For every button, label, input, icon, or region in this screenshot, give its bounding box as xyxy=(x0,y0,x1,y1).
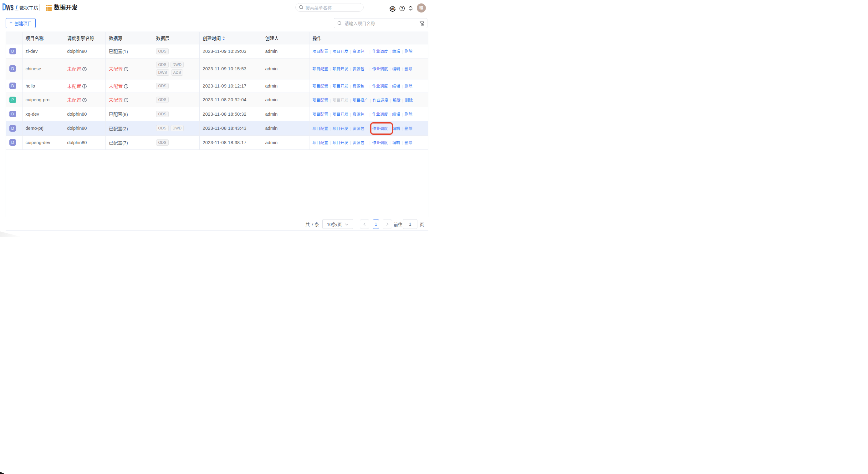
svg-text:?: ? xyxy=(401,7,403,10)
svg-text:AI: AI xyxy=(391,7,394,11)
